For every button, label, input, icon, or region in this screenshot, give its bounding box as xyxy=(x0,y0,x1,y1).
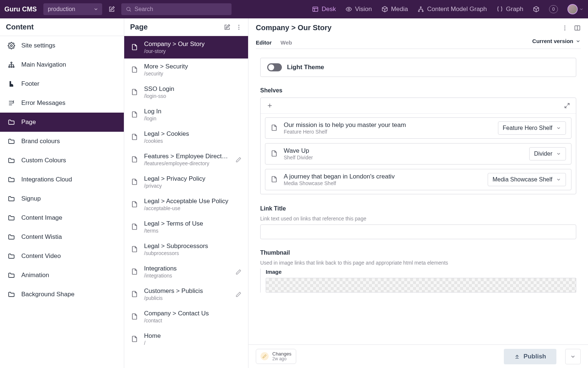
doc-icon xyxy=(131,201,139,209)
changes-chip[interactable]: Changes 2w ago xyxy=(256,349,296,364)
tab-web[interactable]: Web xyxy=(280,36,292,49)
content-item[interactable]: Brand colours xyxy=(0,132,124,151)
chevron-down-icon xyxy=(556,125,561,131)
pencil-icon[interactable] xyxy=(236,269,241,275)
nav-desk[interactable]: Desk xyxy=(312,6,336,13)
environment-select[interactable]: production xyxy=(43,3,102,15)
cube-outline-icon[interactable] xyxy=(533,6,539,13)
doc-icon xyxy=(131,133,139,141)
split-pane-icon[interactable] xyxy=(574,25,581,31)
version-label: Current version xyxy=(532,38,573,44)
pencil-icon[interactable] xyxy=(236,157,241,163)
page-item[interactable]: Company > Our Story/our-story xyxy=(124,36,248,59)
panel-title: Page xyxy=(130,23,148,31)
page-item-path: /terms xyxy=(144,228,241,234)
version-select[interactable]: Current version xyxy=(532,38,581,47)
page-item-title: Integrations xyxy=(144,265,230,272)
content-item[interactable]: Custom Colours xyxy=(0,151,124,170)
doc-icon xyxy=(131,268,139,276)
page-item[interactable]: More > Security/security xyxy=(124,59,248,81)
svg-point-8 xyxy=(9,66,10,67)
page-item[interactable]: Customers > Publicis/publicis xyxy=(124,283,248,305)
page-item[interactable]: Legal > Acceptable Use Policy/acceptable… xyxy=(124,193,248,216)
user-menu[interactable] xyxy=(567,4,584,14)
content-item[interactable]: Integrations Cloud xyxy=(0,170,124,189)
gear-icon xyxy=(7,42,15,50)
link-title-label: Link Title xyxy=(260,205,576,212)
svg-point-11 xyxy=(239,25,240,26)
nav-content-model-graph[interactable]: Content Model Graph xyxy=(417,6,487,13)
shelf-item[interactable]: Our mission is to help you master your t… xyxy=(265,117,571,139)
shelf-type-label: Divider xyxy=(534,151,552,157)
page-item[interactable]: Legal > Privacy Policy/privacy xyxy=(124,171,248,193)
page-item-title: Legal > Cookies xyxy=(144,130,241,138)
page-panel-header: Page xyxy=(124,18,248,36)
content-item[interactable]: Animation xyxy=(0,266,124,285)
publish-more-button[interactable] xyxy=(565,349,581,364)
page-item[interactable]: Log In/login xyxy=(124,103,248,126)
page-item[interactable]: Integrations/integrations xyxy=(124,261,248,283)
shelf-type-select[interactable]: Feature Hero Shelf xyxy=(498,121,566,135)
thumbnail-image-placeholder[interactable] xyxy=(266,278,576,293)
more-icon[interactable] xyxy=(236,24,242,31)
tab-editor[interactable]: Editor xyxy=(256,36,272,49)
page-item[interactable]: SSO Login/login-sso xyxy=(124,81,248,103)
environment-label: production xyxy=(48,6,75,13)
shelves-box: Our mission is to help you master your t… xyxy=(260,98,576,194)
content-item[interactable]: Main Navigation xyxy=(0,55,124,74)
more-icon[interactable] xyxy=(562,25,568,31)
content-item[interactable]: Signup xyxy=(0,189,124,208)
compose-icon[interactable] xyxy=(106,3,118,15)
publish-button[interactable]: Publish xyxy=(504,349,556,364)
content-item[interactable]: Content Wistia xyxy=(0,227,124,247)
expand-icon[interactable] xyxy=(564,103,570,109)
page-item[interactable]: Features > Employee Direct…/features/emp… xyxy=(124,148,248,171)
add-shelf-button[interactable] xyxy=(266,102,273,109)
link-title-input[interactable] xyxy=(260,224,576,239)
braces-icon xyxy=(496,6,503,13)
nav-vision[interactable]: Vision xyxy=(345,6,372,13)
nav-media[interactable]: Media xyxy=(381,6,408,13)
light-theme-toggle[interactable] xyxy=(267,63,282,71)
page-item[interactable]: Legal > Subprocessors/subprocessors xyxy=(124,238,248,261)
page-item-title: Legal > Privacy Policy xyxy=(144,175,241,183)
folder-icon xyxy=(7,290,15,298)
content-item[interactable]: Footer xyxy=(0,74,124,93)
content-item[interactable]: Content Video xyxy=(0,247,124,266)
content-list: Site settingsMain NavigationFooterError … xyxy=(0,36,124,368)
shelf-type-select[interactable]: Divider xyxy=(529,147,566,160)
content-item[interactable]: Site settings xyxy=(0,36,124,55)
page-item-path: /acceptable-use xyxy=(144,205,241,211)
compose-icon[interactable] xyxy=(224,24,230,31)
doc-icon xyxy=(131,223,139,231)
content-item[interactable]: Background Shape xyxy=(0,285,124,304)
page-item-title: Log In xyxy=(144,108,241,115)
notification-badge[interactable]: 0 xyxy=(549,5,558,13)
page-item[interactable]: Home/ xyxy=(124,328,248,350)
shelf-type-select[interactable]: Media Showcase Shelf xyxy=(488,173,566,186)
shelf-item[interactable]: Wave UpShelf DividerDivider xyxy=(265,143,571,164)
page-item[interactable]: Legal > Terms of Use/terms xyxy=(124,216,248,238)
panel-title: Content xyxy=(6,23,34,31)
page-item[interactable]: Company > Contact Us/contact xyxy=(124,305,248,328)
page-item[interactable]: Legal > Cookies/cookies xyxy=(124,126,248,148)
content-item-label: Content Wistia xyxy=(21,233,62,241)
folder-icon xyxy=(7,176,15,184)
shelf-item[interactable]: A journey that began in London's creativ… xyxy=(265,169,571,190)
nav-graph[interactable]: Graph xyxy=(496,6,523,13)
app-title: Guru CMS xyxy=(4,6,37,13)
changes-time: 2w ago xyxy=(272,357,291,361)
content-item[interactable]: Error Messages xyxy=(0,93,124,113)
search-input[interactable] xyxy=(135,6,227,13)
content-item[interactable]: Page xyxy=(0,113,124,132)
svg-point-4 xyxy=(418,11,419,12)
global-search[interactable] xyxy=(121,3,232,15)
page-item-title: Company > Our Story xyxy=(144,40,241,48)
document-footer: Changes 2w ago Publish xyxy=(248,344,588,368)
content-item[interactable]: Content Image xyxy=(0,208,124,227)
pencil-icon[interactable] xyxy=(236,291,241,297)
cube-icon xyxy=(381,6,388,13)
svg-point-5 xyxy=(422,11,423,12)
page-item-path: /our-story xyxy=(144,48,241,54)
thumbnail-image-label: Image xyxy=(266,269,576,275)
